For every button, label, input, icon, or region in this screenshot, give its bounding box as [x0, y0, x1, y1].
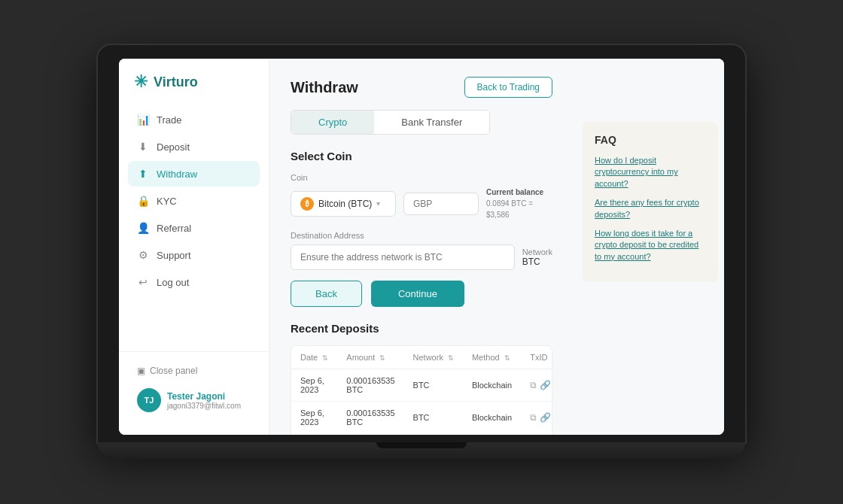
sidebar-label-deposit: Deposit [157, 141, 190, 153]
avatar: TJ [137, 388, 161, 412]
cell-network: BTC [404, 434, 463, 436]
kyc-icon: 🔒 [137, 195, 149, 207]
sidebar-item-referral[interactable]: 👤 Referral [128, 215, 260, 241]
faq-link[interactable]: Are there any fees for crypto deposits? [595, 197, 706, 220]
panel-icon: ▣ [137, 366, 145, 376]
sort-icon-network: ⇅ [448, 354, 454, 362]
back-button[interactable]: Back [291, 281, 362, 307]
coin-select-row: ₿ Bitcoin (BTC) ▾ Current balance 0.0894… [291, 187, 552, 220]
col-date: Date ⇅ [291, 346, 337, 369]
sidebar-label-referral: Referral [157, 223, 191, 234]
table-body: Sep 6, 2023 0.000163535 BTC BTC Blockcha… [291, 369, 552, 436]
link-icon[interactable]: 🔗 [540, 380, 551, 390]
sidebar-label-trade: Trade [157, 114, 181, 126]
close-panel-label: Close panel [150, 366, 197, 376]
network-box: Network BTC [522, 247, 552, 267]
support-icon: ⚙ [137, 249, 149, 261]
gbp-input[interactable] [403, 193, 479, 215]
deposit-icon: ⬇ [137, 141, 149, 153]
coin-label: Coin [291, 173, 552, 182]
destination-form-group: Destination Address Network BTC [291, 231, 552, 270]
app-name: Virturo [154, 74, 198, 90]
tab-group: Crypto Bank Transfer [291, 110, 490, 135]
table-row: Sep 6, 2023 0.000163535 BTC BTC Blockcha… [291, 369, 552, 402]
recent-deposits-section: Recent Deposits Date ⇅ Amou [291, 322, 552, 435]
sidebar-item-logout[interactable]: ↩ Log out [128, 269, 260, 295]
cell-amount: 0.000163535 BTC [337, 402, 403, 434]
btc-icon: ₿ [300, 197, 314, 211]
deposits-table-wrap: Date ⇅ Amount ⇅ Network [291, 345, 552, 435]
coin-dropdown[interactable]: ₿ Bitcoin (BTC) ▾ [291, 191, 396, 217]
sidebar-item-deposit[interactable]: ⬇ Deposit [128, 134, 260, 159]
cell-txid: ⧉ 🔗 [521, 402, 552, 434]
copy-icon[interactable]: ⧉ [530, 380, 537, 390]
faq-link[interactable]: How long does it take for a crypto depos… [595, 228, 706, 263]
cell-date: Sep 6, 2023 [291, 434, 337, 436]
action-buttons: Back Continue [291, 281, 552, 307]
destination-label: Destination Address [291, 231, 552, 240]
sort-icon-date: ⇅ [322, 354, 328, 362]
recent-deposits-title: Recent Deposits [291, 322, 552, 335]
logout-icon: ↩ [137, 276, 149, 288]
coin-value: Bitcoin (BTC) [318, 199, 372, 209]
sidebar-item-support[interactable]: ⚙ Support [128, 242, 260, 268]
balance-value: 0.0894 BTC = $3,586 [486, 199, 533, 219]
table-header: Date ⇅ Amount ⇅ Network [291, 346, 552, 369]
col-method: Method ⇅ [463, 346, 521, 369]
tab-bank-transfer[interactable]: Bank Transfer [374, 111, 489, 134]
col-txid: TxID ⇅ [521, 346, 552, 369]
logo: ✳ Virturo [119, 72, 269, 107]
sidebar-item-trade[interactable]: 📊 Trade [128, 107, 260, 132]
cell-method: Blockchain [463, 369, 521, 402]
sidebar-label-logout: Log out [157, 277, 189, 288]
destination-address-input[interactable] [291, 244, 515, 270]
laptop-base [98, 442, 745, 459]
back-to-trading-button[interactable]: Back to Trading [464, 77, 552, 98]
withdraw-icon: ⬆ [137, 168, 149, 180]
cell-method: Blockchain [463, 434, 521, 436]
tab-crypto[interactable]: Crypto [291, 111, 374, 134]
link-icon[interactable]: 🔗 [540, 412, 551, 423]
main-content: Withdraw Back to Trading Crypto Bank Tra… [269, 59, 574, 435]
sort-icon-amount: ⇅ [379, 354, 385, 362]
faq-links: How do I deposit cryptocurrency into my … [595, 155, 706, 263]
close-panel-button[interactable]: ▣ Close panel [137, 361, 251, 381]
col-network: Network ⇅ [404, 346, 463, 369]
balance-label: Current balance [486, 187, 552, 198]
form-section-title: Select Coin [291, 150, 552, 162]
page-title: Withdraw [291, 79, 358, 96]
sort-icon-method: ⇅ [504, 354, 510, 362]
cell-amount: 0.000163535 BTC [337, 369, 403, 402]
cell-date: Sep 6, 2023 [291, 369, 337, 402]
chevron-down-icon: ▾ [376, 199, 380, 208]
cell-network: BTC [404, 369, 463, 402]
sidebar-bottom: ▣ Close panel TJ Tester Jagoni jagoni337… [119, 351, 269, 421]
coin-form-group: Coin ₿ Bitcoin (BTC) ▾ Current balance [291, 173, 552, 220]
chart-icon: 📊 [137, 114, 149, 126]
network-label: Network [522, 247, 552, 257]
table-row: Sep 6, 2023 0.000163535 BTC BTC Blockcha… [291, 434, 552, 436]
copy-icon[interactable]: ⧉ [530, 412, 537, 423]
page-header: Withdraw Back to Trading [291, 77, 552, 98]
faq-panel: FAQ How do I deposit cryptocurrency into… [583, 122, 718, 282]
deposits-table: Date ⇅ Amount ⇅ Network [291, 346, 552, 435]
balance-info: Current balance 0.0894 BTC = $3,586 [486, 187, 552, 220]
sort-icon-txid: ⇅ [552, 354, 552, 362]
user-details: Tester Jagoni jagoni3379@fitwl.com [167, 391, 241, 410]
cell-amount: 0.000163535 BTC [337, 434, 403, 436]
faq-link[interactable]: How do I deposit cryptocurrency into my … [595, 155, 706, 190]
right-panel: FAQ How do I deposit cryptocurrency into… [574, 59, 724, 435]
sidebar-label-kyc: KYC [157, 196, 177, 207]
sidebar-label-support: Support [157, 250, 191, 261]
address-row: Network BTC [291, 244, 552, 270]
cell-date: Sep 6, 2023 [291, 402, 337, 434]
faq-title: FAQ [595, 134, 706, 146]
cell-network: BTC [404, 402, 463, 434]
sidebar-item-withdraw[interactable]: ⬆ Withdraw [128, 161, 260, 187]
sidebar-label-withdraw: Withdraw [157, 169, 197, 180]
col-amount: Amount ⇅ [337, 346, 403, 369]
continue-button[interactable]: Continue [371, 281, 464, 307]
sidebar: ✳ Virturo 📊 Trade ⬇ Deposit ⬆ Withdraw [119, 59, 269, 435]
cell-txid: ⧉ 🔗 [521, 434, 552, 436]
sidebar-item-kyc[interactable]: 🔒 KYC [128, 188, 260, 214]
